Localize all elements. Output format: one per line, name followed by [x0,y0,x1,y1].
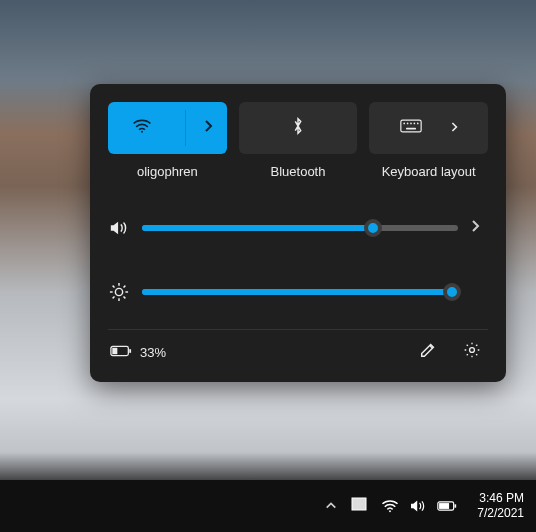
settings-button[interactable] [458,338,486,366]
svg-point-0 [141,131,143,133]
panel-footer: 33% [108,329,488,372]
battery-icon [437,500,457,512]
pencil-icon [419,341,437,363]
bluetooth-label: Bluetooth [271,164,326,179]
tray-icon-group[interactable] [375,495,463,517]
bluetooth-icon [291,116,305,140]
keyboard-icon [400,118,422,138]
brightness-slider[interactable] [142,289,458,295]
battery-percent: 33% [140,345,166,360]
svg-point-8 [115,288,122,295]
svg-rect-24 [439,503,449,509]
sliders-section [108,209,488,311]
svg-rect-19 [129,349,131,353]
brightness-icon[interactable] [108,282,130,302]
wifi-tile-column: oligophren [108,102,227,179]
keyboard-layout-tile[interactable] [369,102,488,154]
volume-thumb[interactable] [364,219,382,237]
svg-line-16 [124,286,126,288]
wifi-label: oligophren [137,164,198,179]
keyboard-label: Keyboard layout [382,164,476,179]
svg-rect-21 [352,498,366,510]
taskbar: 3:46 PM 7/2/2021 [0,480,536,532]
speaker-icon [409,499,427,513]
battery-status[interactable]: 33% [110,345,166,360]
bluetooth-tile[interactable] [239,102,358,154]
svg-rect-18 [112,347,117,353]
battery-icon [110,345,132,360]
volume-row [108,209,488,247]
chevron-right-icon[interactable] [470,219,488,237]
brightness-thumb[interactable] [443,283,461,301]
quick-settings-panel: oligophren Bluetooth [90,84,506,382]
taskbar-clock[interactable]: 3:46 PM 7/2/2021 [471,491,530,521]
svg-line-14 [124,297,126,299]
svg-line-15 [113,297,115,299]
tray-overflow-button[interactable] [319,491,343,521]
panel-footer-actions [414,338,486,366]
bluetooth-tile-column: Bluetooth [239,102,358,179]
brightness-row [108,273,488,311]
svg-point-22 [389,510,391,512]
edit-button[interactable] [414,338,442,366]
wifi-icon [381,499,399,513]
svg-point-20 [470,348,475,353]
clock-date: 7/2/2021 [477,506,524,521]
wifi-tile-divider [185,110,186,146]
svg-rect-1 [401,120,421,132]
system-tray: 3:46 PM 7/2/2021 [319,491,530,521]
chevron-right-icon[interactable] [450,119,458,137]
svg-rect-25 [455,504,457,507]
wifi-icon [132,118,152,138]
speaker-icon[interactable] [108,219,130,237]
gear-icon [463,341,481,363]
keyboard-tile-column: Keyboard layout [369,102,488,179]
brightness-fill [142,289,452,295]
clock-time: 3:46 PM [477,491,524,506]
tray-app-icon[interactable] [351,497,367,515]
svg-line-13 [113,286,115,288]
quick-tiles-row: oligophren Bluetooth [108,102,488,179]
volume-slider[interactable] [142,225,458,231]
wifi-tile[interactable] [108,102,227,154]
volume-fill [142,225,373,231]
chevron-right-icon[interactable] [203,119,213,137]
